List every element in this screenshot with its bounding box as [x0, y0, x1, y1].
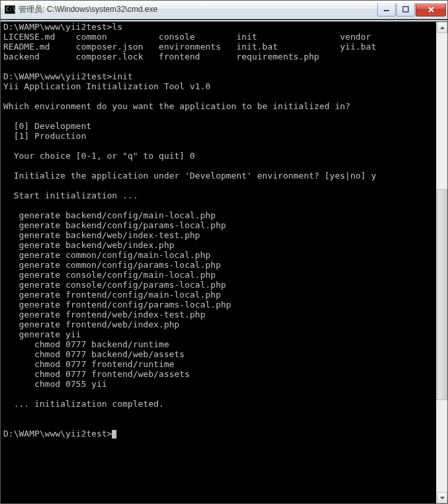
svg-text:C:\: C:\ [6, 7, 15, 13]
cmd-window: C:\ 管理员: C:\Windows\system32\cmd.exe D:\… [0, 0, 448, 504]
terminal-output[interactable]: D:\WAMP\www\yii2test>ls LICENSE.md commo… [1, 22, 436, 503]
titlebar[interactable]: C:\ 管理员: C:\Windows\system32\cmd.exe [1, 1, 447, 19]
scroll-thumb[interactable] [437, 189, 447, 400]
vertical-scrollbar[interactable] [436, 22, 447, 503]
cursor [112, 430, 116, 439]
svg-rect-2 [384, 10, 389, 11]
svg-rect-3 [403, 7, 408, 12]
window-controls [377, 3, 446, 17]
scroll-track[interactable] [437, 33, 447, 492]
scroll-down-button[interactable] [437, 492, 447, 503]
scroll-up-button[interactable] [437, 22, 447, 33]
cmd-icon: C:\ [5, 5, 15, 15]
maximize-button[interactable] [396, 3, 415, 17]
close-button[interactable] [416, 3, 446, 17]
client-area: D:\WAMP\www\yii2test>ls LICENSE.md commo… [1, 19, 447, 503]
window-title: 管理员: C:\Windows\system32\cmd.exe [19, 4, 377, 15]
minimize-button[interactable] [377, 3, 396, 17]
